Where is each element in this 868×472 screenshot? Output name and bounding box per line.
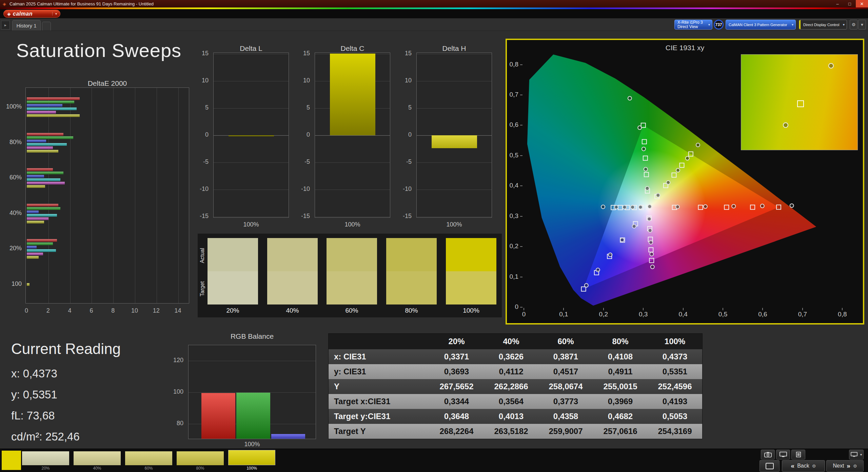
tick-mark xyxy=(520,246,522,247)
minimize-button[interactable]: – xyxy=(831,0,844,7)
table-cell: 0,3871 xyxy=(538,349,593,364)
deltae-bar xyxy=(27,178,60,181)
gridline xyxy=(417,108,492,109)
deltae-bar xyxy=(27,143,67,146)
table-cell: 0,4911 xyxy=(593,364,648,379)
double-right-chevron-icon: » xyxy=(847,462,850,470)
axis-tick-label: 0,4 xyxy=(673,311,693,318)
tabbar: ▸ History 1 X-Rite i1Pro 3 Direct View ▾… xyxy=(0,18,868,31)
table-cell: 0,4682 xyxy=(593,409,648,424)
footer-swatch-label: 100% xyxy=(228,466,275,471)
tab-label: History 1 xyxy=(16,23,36,28)
chevron-down-icon: ▾ xyxy=(792,23,793,26)
camera-icon xyxy=(764,452,772,457)
results-table: 20%40%60%80%100%x: CIE310,33710,36260,38… xyxy=(328,333,703,439)
table-cell: 0,4108 xyxy=(593,349,648,364)
pattern-window-button[interactable] xyxy=(760,460,780,472)
target-square xyxy=(724,205,729,210)
deltae-bar xyxy=(27,133,63,136)
calman-menu-button[interactable]: ◈ calman ▾ xyxy=(3,10,60,18)
table-cell: 262,2866 xyxy=(484,379,538,394)
settings-dropdown-button[interactable]: ▾ xyxy=(858,20,866,29)
back-button[interactable]: « Back ⚙ xyxy=(782,460,825,472)
reading-cdm2: cd/m²: 252,46 xyxy=(11,430,80,443)
deltae-bar xyxy=(27,111,56,114)
deltae-bar xyxy=(27,256,39,259)
tick-mark xyxy=(520,216,522,217)
reading-fl: fL: 73,68 xyxy=(11,409,55,422)
table-cell: 0,3648 xyxy=(429,409,484,424)
table-row-label: y: CIE31 xyxy=(329,364,429,379)
actual-swatch-half xyxy=(446,238,496,271)
display-control-button[interactable]: Direct Display Control ▾ xyxy=(799,20,847,29)
back-label: Back xyxy=(797,463,809,469)
deltae-bar xyxy=(27,249,56,252)
gridline xyxy=(214,217,289,217)
gridline xyxy=(48,88,49,303)
tab-scroll-button[interactable]: ▸ xyxy=(1,21,10,29)
deltae-bar xyxy=(27,185,45,188)
tick-mark xyxy=(520,125,522,125)
table-cell: 0,3693 xyxy=(429,364,484,379)
close-button[interactable]: ✕ xyxy=(856,0,868,7)
settings-gear-button[interactable]: ⚙ xyxy=(850,20,857,29)
gridline xyxy=(113,88,114,303)
target-square xyxy=(581,287,586,291)
table-cell: 257,0616 xyxy=(593,424,648,439)
maximize-button[interactable]: □ xyxy=(844,0,856,7)
footer-swatch-button[interactable] xyxy=(22,451,69,465)
gear-icon: ⚙ xyxy=(812,464,816,469)
table-cell: 0,3969 xyxy=(593,394,648,409)
next-button[interactable]: Next » ⚙ xyxy=(826,460,864,472)
saturation-swatch xyxy=(208,238,258,304)
axis-tick-label: 100 xyxy=(12,280,22,288)
target-square xyxy=(680,163,684,168)
axis-tick-label: 100% xyxy=(6,103,22,110)
axis-tick-label: 60% xyxy=(9,174,22,181)
saturation-swatch xyxy=(446,238,496,304)
tick-mark xyxy=(762,308,763,310)
axis-tick-label: 0,6 xyxy=(510,121,518,129)
display-button[interactable] xyxy=(776,450,790,459)
axis-tick-label: -15 xyxy=(301,213,310,220)
footer-swatch-button[interactable] xyxy=(74,451,121,465)
pattern-generator-button[interactable]: CalMAN Client 3 Pattern Generator ▾ xyxy=(726,20,796,29)
delta-h-title: Delta H xyxy=(416,44,492,53)
deltae-bar xyxy=(27,253,43,255)
deltae-bar xyxy=(27,182,65,184)
tick-mark xyxy=(603,308,604,310)
table-cell: 0,4112 xyxy=(484,364,538,379)
gridline xyxy=(417,217,492,217)
report-button[interactable] xyxy=(791,450,805,459)
meter-connect-button[interactable]: X-Rite i1Pro 3 Direct View ▾ xyxy=(674,20,712,29)
axis-tick-label: 0,3 xyxy=(633,311,653,318)
table-cell: 0,3773 xyxy=(538,394,593,409)
gridline xyxy=(214,162,289,163)
rgb-title: RGB Balance xyxy=(188,332,316,340)
axis-tick-label: 40% xyxy=(9,210,22,217)
footer-swatch-button[interactable] xyxy=(125,451,172,465)
table-cell: 263,5182 xyxy=(484,424,538,439)
rgb-ylabels: 12010080 xyxy=(165,345,185,439)
footer-swatch-button[interactable] xyxy=(228,450,275,465)
layout-button[interactable]: ▾ xyxy=(849,450,864,459)
table-cell: 0,3371 xyxy=(429,349,484,364)
tab-stub[interactable] xyxy=(42,22,51,31)
deltae-bar xyxy=(27,114,80,117)
axis-tick-label: -10 xyxy=(403,185,412,193)
footer-swatch-button[interactable] xyxy=(177,451,224,465)
gridline xyxy=(417,162,492,163)
axis-tick-label: -15 xyxy=(200,213,209,220)
actual-swatch-half xyxy=(267,238,318,271)
table-cell: 0,3626 xyxy=(484,349,538,364)
deltae-bar xyxy=(27,211,39,213)
calman-logo-icon: ◈ xyxy=(7,11,11,17)
app-icon: ◈ xyxy=(3,1,6,6)
cie-yticks: 00,10,20,30,40,50,60,70,8 xyxy=(495,43,522,307)
measured-circle xyxy=(676,205,679,209)
deltae-bar xyxy=(27,168,53,171)
gridline xyxy=(315,217,390,217)
tick-mark xyxy=(520,277,522,277)
tab-history-1[interactable]: History 1 xyxy=(12,20,41,31)
screenshot-button[interactable] xyxy=(761,450,775,459)
